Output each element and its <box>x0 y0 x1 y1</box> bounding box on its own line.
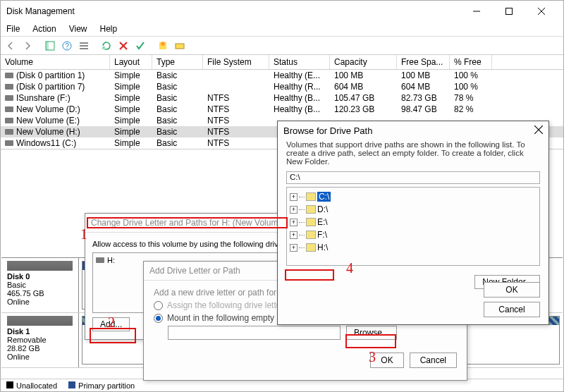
drive-icon <box>306 218 316 226</box>
col-pct[interactable]: % Free <box>450 55 492 69</box>
table-row[interactable]: New Volume (D:)SimpleBasicNTFSHealthy (B… <box>1 104 563 115</box>
browse-drive-path-dialog: Browse for Drive Path Volumes that suppo… <box>277 121 549 325</box>
toolbar: ? <box>1 36 563 55</box>
menu-file[interactable]: File <box>6 24 20 34</box>
table-row[interactable]: ISunshare (F:)SimpleBasicNTFSHealthy (B.… <box>1 92 563 104</box>
ok-button[interactable]: OK <box>484 282 540 298</box>
svg-rect-9 <box>176 44 184 49</box>
tree-item[interactable]: +E:\ <box>290 216 537 228</box>
window-title: Disk Management <box>6 6 460 16</box>
disk-label[interactable]: Disk 1 Removable 28.82 GB Online <box>1 313 79 367</box>
drive-tree[interactable]: +C:\+D:\+E:\+F:\+H:\ <box>286 187 540 266</box>
ok-button[interactable]: OK <box>370 353 403 368</box>
add-button[interactable]: Add... <box>92 317 130 331</box>
dialog-msg: Allow access to this volume by using the… <box>92 240 281 248</box>
expand-icon[interactable]: + <box>290 193 298 201</box>
expand-icon[interactable]: + <box>290 206 298 214</box>
tool-check-icon[interactable] <box>133 38 148 54</box>
drive-icon <box>96 257 104 263</box>
maximize-button[interactable] <box>493 1 525 22</box>
folder-path-input[interactable] <box>168 326 341 340</box>
dialog-msg: Volumes that support drive paths are sho… <box>278 137 548 171</box>
svg-rect-7 <box>80 48 88 49</box>
tool-layout-icon[interactable] <box>42 38 58 54</box>
tool-disk-icon[interactable] <box>172 38 188 54</box>
tree-item[interactable]: +D:\ <box>290 203 537 216</box>
forward-icon[interactable] <box>20 38 35 54</box>
table-row[interactable]: (Disk 0 partition 7)SimpleBasicHealthy (… <box>1 81 563 92</box>
svg-rect-0 <box>506 8 513 15</box>
browse-button[interactable]: Browse... <box>346 326 397 340</box>
tool-help-icon[interactable]: ? <box>59 38 75 54</box>
tool-new-icon[interactable] <box>155 38 171 54</box>
grid-header: Volume Layout Type File System Status Ca… <box>1 55 563 70</box>
minimize-button[interactable] <box>460 1 493 22</box>
dialog-title: Browse for Drive Path <box>283 125 534 136</box>
table-row[interactable]: (Disk 0 partition 1)SimpleBasicHealthy (… <box>1 70 563 81</box>
tool-list-icon[interactable] <box>76 38 92 54</box>
path-display: C:\ <box>286 171 540 184</box>
disk-label[interactable]: Disk 0 Basic 465.75 GB Online <box>1 258 79 312</box>
col-type[interactable]: Type <box>152 55 203 69</box>
expand-icon[interactable]: + <box>290 219 298 226</box>
titlebar: Disk Management <box>1 1 563 22</box>
drive-icon <box>306 243 316 252</box>
menu-action[interactable]: Action <box>32 24 56 34</box>
tree-item[interactable]: +H:\ <box>290 241 537 254</box>
svg-rect-2 <box>46 42 49 50</box>
close-button[interactable] <box>525 1 558 22</box>
svg-rect-6 <box>80 45 88 47</box>
expand-icon[interactable]: + <box>290 231 298 239</box>
tree-item[interactable]: +F:\ <box>290 228 537 241</box>
col-layout[interactable]: Layout <box>110 55 152 69</box>
drive-icon <box>306 192 316 201</box>
col-status[interactable]: Status <box>269 55 330 69</box>
col-volume[interactable]: Volume <box>1 55 110 69</box>
disk-name: Disk 1 <box>7 327 73 336</box>
menu-view[interactable]: View <box>69 24 87 34</box>
disk-name: Disk 0 <box>7 272 73 281</box>
close-icon[interactable] <box>534 125 543 136</box>
menubar: File Action View Help <box>1 22 563 36</box>
drive-icon <box>306 231 316 239</box>
col-filesystem[interactable]: File System <box>203 55 269 69</box>
svg-text:?: ? <box>65 42 69 50</box>
col-capacity[interactable]: Capacity <box>330 55 397 69</box>
tool-refresh-icon[interactable] <box>99 38 114 54</box>
col-free[interactable]: Free Spa... <box>397 55 450 69</box>
tool-delete-icon[interactable] <box>116 38 131 54</box>
cancel-button[interactable]: Cancel <box>484 302 540 317</box>
drive-icon <box>306 205 316 214</box>
expand-icon[interactable]: + <box>290 244 298 252</box>
svg-rect-5 <box>80 42 88 44</box>
tree-item[interactable]: +C:\ <box>290 190 537 203</box>
cancel-button[interactable]: Cancel <box>410 353 457 368</box>
back-icon[interactable] <box>3 38 18 54</box>
dialog-title: Change Drive Letter and Paths for H: (Ne… <box>85 214 288 233</box>
menu-help[interactable]: Help <box>100 24 118 34</box>
